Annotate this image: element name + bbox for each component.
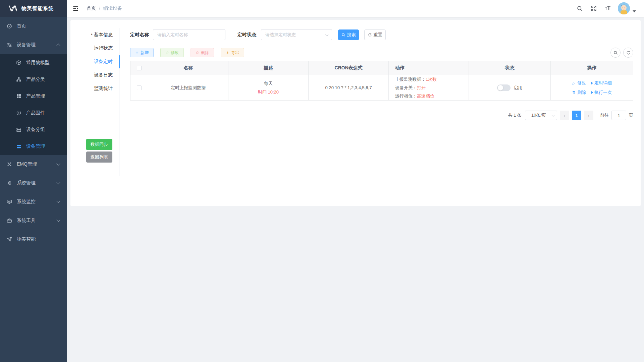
sidebar-item-label: 通用物模型 — [26, 60, 50, 66]
timer-name-label: 定时名称 — [130, 32, 149, 38]
trash-icon — [196, 51, 199, 55]
tab-basic-info[interactable]: * 基本信息 — [70, 28, 119, 42]
app-title: 物美智能系统 — [21, 5, 54, 12]
refresh-icon — [368, 33, 372, 37]
goto-page-input[interactable] — [611, 111, 626, 120]
column-action: 动作 — [389, 61, 469, 75]
column-operations: 操作 — [551, 61, 633, 75]
select-all-checkbox[interactable] — [137, 66, 142, 70]
toggle-search-button[interactable] — [610, 48, 621, 58]
cell-action: 上报监测数据：1次数 设备开关：打开 运行档位：高速档位 — [389, 75, 469, 101]
device-group-icon — [16, 127, 21, 132]
sidebar-item-wumei-smart[interactable]: 物美智能 — [0, 230, 67, 249]
timer-panel: 定时名称 定时状态 请选择定时状态 搜索 重置 — [119, 20, 641, 206]
sidebar-item-emq-management[interactable]: EMQ管理 — [0, 155, 67, 174]
column-description: 描述 — [228, 61, 309, 75]
tab-monitor-statistics[interactable]: 监测统计 — [70, 82, 119, 95]
column-status: 状态 — [469, 61, 551, 75]
app-logo[interactable]: 物美智能系统 — [0, 0, 67, 17]
top-bar: 首页 / 编辑设备 TT — [67, 0, 644, 17]
sidebar-item-system-tools[interactable]: 系统工具 — [0, 211, 67, 230]
download-icon — [226, 51, 229, 55]
page-number-1[interactable]: 1 — [572, 111, 581, 120]
add-button[interactable]: 新增 — [130, 48, 154, 57]
sidebar-item-label: 设备管理 — [17, 42, 36, 48]
header-search-button[interactable] — [576, 4, 584, 12]
tab-label: 设备日志 — [94, 72, 113, 78]
delete-button[interactable]: 删除 — [191, 48, 214, 57]
row-checkbox[interactable] — [137, 85, 142, 90]
sidebar-item-device-group[interactable]: 设备分组 — [0, 121, 67, 138]
back-to-list-button[interactable]: 返回列表 — [86, 152, 112, 163]
edit-button[interactable]: 修改 — [160, 48, 184, 57]
pencil-icon — [165, 51, 169, 55]
hamburger-icon — [72, 5, 79, 12]
edit-device-card: * 基本信息 运行状态 设备定时 设备日志 监测统计 数据同步 返回列表 定时名… — [70, 20, 641, 206]
cell-status: 启用 — [469, 75, 551, 101]
sidebar-item-label: 首页 — [17, 23, 26, 29]
refresh-table-button[interactable] — [623, 48, 633, 58]
monitor-icon — [7, 199, 12, 204]
logo-mark-icon — [9, 5, 17, 12]
tools-icon — [7, 218, 12, 223]
breadcrumb-home[interactable]: 首页 — [87, 5, 96, 11]
search-icon — [577, 5, 583, 12]
reset-button[interactable]: 重置 — [364, 29, 386, 40]
sidebar-item-label: 设备管理 — [26, 143, 45, 149]
user-menu[interactable] — [618, 2, 636, 14]
sidebar-item-system-monitor[interactable]: 系统监控 — [0, 192, 67, 211]
trash-icon — [572, 90, 576, 95]
sidebar-item-product-firmware[interactable]: 产品固件 — [0, 105, 67, 121]
timer-status-select[interactable]: 请选择定时状态 — [261, 29, 332, 40]
sidebar-item-label: 系统工具 — [17, 218, 36, 224]
column-cron: CRON表达式 — [309, 61, 389, 75]
caret-down-icon — [633, 10, 636, 12]
cell-name: 定时上报监测数据 — [148, 75, 228, 101]
font-size-button[interactable]: TT — [604, 4, 612, 12]
export-button[interactable]: 导出 — [221, 48, 244, 57]
sidebar-item-device-management-active[interactable]: 设备管理 — [0, 138, 67, 155]
tab-device-timer[interactable]: 设备定时 — [70, 55, 119, 68]
caret-right-icon — [591, 91, 593, 94]
grid-icon — [16, 94, 21, 99]
status-toggle[interactable] — [497, 84, 511, 91]
prev-page-button[interactable]: ‹ — [560, 111, 569, 120]
timer-status-label: 定时状态 — [237, 32, 256, 38]
sidebar-item-device-management[interactable]: 设备管理 — [0, 36, 67, 54]
sidebar-item-product-management[interactable]: 产品管理 — [0, 88, 67, 105]
search-button[interactable]: 搜索 — [338, 29, 359, 40]
refresh-icon — [626, 51, 631, 55]
header-actions: TT — [570, 2, 644, 14]
avatar[interactable] — [618, 2, 630, 14]
sidebar-item-label: EMQ管理 — [17, 161, 37, 167]
tab-device-log[interactable]: 设备日志 — [70, 68, 119, 82]
row-run-once-link[interactable]: 执行一次 — [591, 89, 612, 96]
sidebar-toggle-button[interactable] — [67, 0, 84, 17]
device-management-submenu: 通用物模型 产品分类 产品管理 产品固件 设备分组 设备管理 — [0, 54, 67, 155]
tab-label: 监测统计 — [94, 85, 113, 92]
sidebar-menu: 首页 设备管理 通用物模型 产品分类 产品管理 产品固件 — [0, 17, 67, 249]
row-timer-detail-link[interactable]: 定时详细 — [591, 80, 612, 86]
pagination-total: 共 1 条 — [508, 112, 522, 118]
page-size-select[interactable]: 10条/页 — [525, 111, 557, 120]
tab-running-status[interactable]: 运行状态 — [70, 42, 119, 55]
sidebar-item-system-management[interactable]: 系统管理 — [0, 174, 67, 192]
sidebar: 物美智能系统 首页 设备管理 通用物模型 产品分类 产品管理 — [0, 0, 67, 362]
tab-label: 设备定时 — [94, 59, 113, 65]
data-sync-button[interactable]: 数据同步 — [86, 139, 112, 150]
sidebar-item-home[interactable]: 首页 — [0, 17, 67, 36]
sidebar-item-label: 产品固件 — [26, 110, 45, 116]
sidebar-item-thing-model[interactable]: 通用物模型 — [0, 54, 67, 71]
fullscreen-button[interactable] — [590, 4, 598, 12]
emq-icon — [7, 162, 12, 167]
search-icon — [613, 51, 618, 55]
timer-name-input[interactable] — [153, 29, 225, 40]
next-page-button[interactable]: › — [584, 111, 593, 120]
row-delete-link[interactable]: 删除 — [572, 89, 586, 96]
tab-label: 基本信息 — [94, 32, 113, 38]
sidebar-item-product-category[interactable]: 产品分类 — [0, 71, 67, 88]
chevron-down-icon — [56, 162, 60, 165]
plus-icon — [135, 51, 139, 55]
row-edit-link[interactable]: 修改 — [572, 80, 586, 86]
sidebar-item-label: 产品管理 — [26, 93, 45, 99]
